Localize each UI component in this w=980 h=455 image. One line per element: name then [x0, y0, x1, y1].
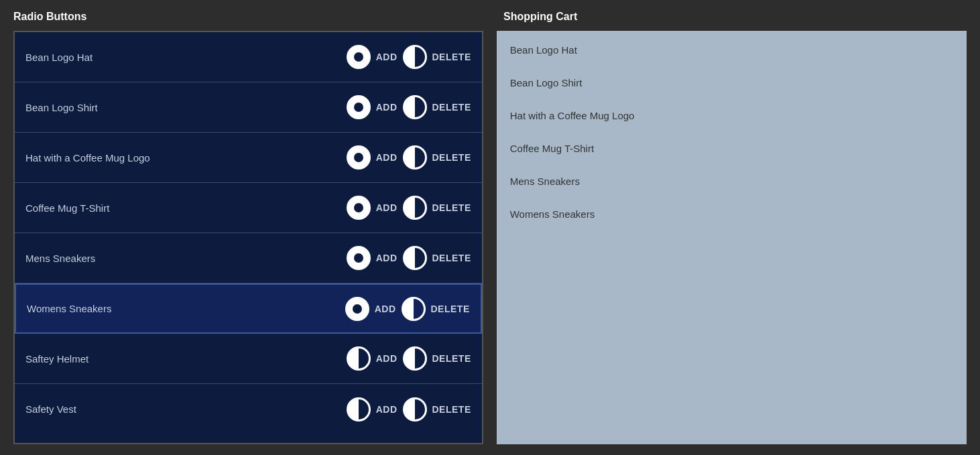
main-content: Bean Logo HatADDDELETEBean Logo ShirtADD… [13, 31, 967, 444]
delete-label: DELETE [432, 353, 471, 364]
add-radio-button[interactable] [347, 196, 371, 220]
delete-label: DELETE [432, 152, 471, 163]
cart-item: Coffee Mug T-Shirt [510, 143, 953, 154]
delete-label: DELETE [432, 52, 471, 62]
add-label: ADD [375, 304, 396, 314]
add-radio-button[interactable] [347, 246, 371, 270]
radio-item[interactable]: Hat with a Coffee Mug LogoADDDELETE [15, 133, 482, 183]
cart-item: Womens Sneakers [510, 208, 953, 220]
item-label: Womens Sneakers [27, 303, 345, 314]
add-label: ADD [376, 404, 397, 415]
add-radio-button[interactable] [347, 95, 371, 119]
add-radio-button[interactable] [347, 397, 371, 421]
delete-radio-button[interactable] [403, 45, 427, 69]
item-label: Saftey Helmet [25, 353, 347, 365]
item-label: Bean Logo Shirt [25, 102, 347, 113]
add-label: ADD [376, 202, 397, 213]
delete-radio-button[interactable] [403, 397, 427, 421]
cart-item: Bean Logo Shirt [510, 77, 953, 88]
item-label: Bean Logo Hat [25, 52, 347, 63]
item-label: Coffee Mug T-Shirt [25, 202, 347, 214]
shopping-cart-title: Shopping Cart [490, 11, 967, 23]
add-label: ADD [376, 253, 397, 263]
item-label: Hat with a Coffee Mug Logo [25, 152, 347, 164]
cart-panel: Bean Logo HatBean Logo ShirtHat with a C… [497, 31, 967, 444]
add-radio-button[interactable] [345, 297, 369, 321]
radio-item[interactable]: Bean Logo HatADDDELETE [15, 32, 482, 82]
add-radio-button[interactable] [347, 145, 371, 170]
delete-radio-button[interactable] [402, 297, 426, 321]
delete-label: DELETE [432, 102, 471, 113]
delete-radio-button[interactable] [403, 196, 427, 220]
delete-radio-button[interactable] [403, 346, 427, 371]
radio-item[interactable]: Womens SneakersADDDELETE [15, 283, 482, 334]
delete-label: DELETE [432, 202, 471, 213]
radio-item[interactable]: Saftey HelmetADDDELETE [15, 334, 482, 384]
item-label: Safety Vest [25, 403, 347, 415]
radio-item[interactable]: Bean Logo ShirtADDDELETE [15, 82, 482, 133]
add-radio-button[interactable] [347, 346, 371, 371]
add-radio-button[interactable] [347, 45, 371, 69]
add-label: ADD [376, 102, 397, 113]
delete-label: DELETE [432, 253, 471, 263]
delete-radio-button[interactable] [403, 145, 427, 170]
cart-item: Mens Sneakers [510, 176, 953, 187]
delete-radio-button[interactable] [403, 95, 427, 119]
add-label: ADD [376, 152, 397, 163]
delete-label: DELETE [432, 404, 471, 415]
radio-item[interactable]: Safety VestADDDELETE [15, 384, 482, 434]
radio-item[interactable]: Coffee Mug T-ShirtADDDELETE [15, 183, 482, 233]
item-label: Mens Sneakers [25, 253, 347, 264]
radio-buttons-title: Radio Buttons [13, 11, 490, 23]
add-label: ADD [376, 52, 397, 62]
radio-panel: Bean Logo HatADDDELETEBean Logo ShirtADD… [13, 31, 483, 444]
add-label: ADD [376, 353, 397, 364]
cart-item: Hat with a Coffee Mug Logo [510, 110, 953, 121]
delete-label: DELETE [431, 304, 470, 314]
delete-radio-button[interactable] [403, 246, 427, 270]
radio-item[interactable]: Mens SneakersADDDELETE [15, 233, 482, 283]
cart-item: Bean Logo Hat [510, 44, 953, 56]
